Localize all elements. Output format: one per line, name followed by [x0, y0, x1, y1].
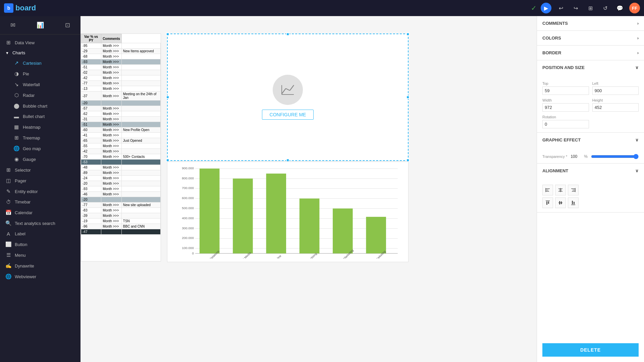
- align-top-button[interactable]: [542, 197, 553, 208]
- table-cell-date: Month >>>: [101, 213, 122, 219]
- sidebar-item-calendar[interactable]: 📅 Calendar: [0, 207, 80, 218]
- transparency-slider[interactable]: [591, 154, 639, 159]
- redo-button[interactable]: ↪: [570, 3, 581, 13]
- align-left-button[interactable]: [542, 185, 553, 195]
- bar-local-marketing[interactable]: [366, 217, 386, 253]
- comment-button[interactable]: 💬: [614, 3, 625, 13]
- chart-line-icon: [280, 82, 296, 98]
- sidebar-item-button[interactable]: ⬜ Button: [0, 239, 80, 250]
- width-input[interactable]: [542, 103, 589, 112]
- bar-advertising[interactable]: [300, 198, 320, 253]
- bar-social-media[interactable]: [233, 179, 253, 253]
- comments-header[interactable]: COMMENTS ›: [537, 16, 644, 31]
- align-center-h-button[interactable]: [555, 185, 566, 195]
- table-cell-date: Month >>>: [101, 106, 122, 111]
- sidebar-item-pie[interactable]: ◑ Pie: [11, 68, 80, 79]
- table-cell-val: -96: [81, 224, 101, 229]
- check-icon[interactable]: ✓: [531, 4, 537, 12]
- table-cell-date: Month >>>: [101, 117, 122, 122]
- board-icon: b: [4, 3, 13, 13]
- sidebar-item-treemap[interactable]: ⊞ Treemap: [11, 132, 80, 143]
- sidebar-item-entity-editor[interactable]: ✎ Entity editor: [0, 186, 80, 197]
- sidebar-item-label[interactable]: A Label: [0, 229, 80, 239]
- table-cell-comment: New site uploaded: [121, 202, 160, 208]
- canvas-area[interactable]: Var % vs PY Comments -95Month >>>-29Mont…: [80, 16, 537, 362]
- width-label: Width: [542, 98, 589, 102]
- table-row: -20Month >>>: [81, 181, 161, 186]
- sidebar-item-dynawrite[interactable]: ✍ Dynawrite: [0, 260, 80, 271]
- sidebar-item-heatmap[interactable]: ▦ Heatmap: [11, 122, 80, 132]
- pager-icon: ◫: [5, 178, 11, 184]
- sidebar-item-pager[interactable]: ◫ Pager: [0, 175, 80, 186]
- table-cell-val: -41: [81, 133, 101, 138]
- avatar[interactable]: FF: [629, 3, 640, 13]
- align-bottom-button[interactable]: [568, 197, 579, 208]
- delete-button[interactable]: DELETE: [542, 343, 639, 357]
- border-header[interactable]: BORDER ›: [537, 46, 644, 60]
- refresh-button[interactable]: ↺: [600, 3, 610, 13]
- handle-tl[interactable]: [166, 33, 169, 36]
- position-size-header[interactable]: POSITION AND SIZE ∨: [537, 60, 644, 75]
- handle-tr[interactable]: [406, 33, 410, 36]
- rotation-label: Rotation: [542, 115, 589, 119]
- undo-button[interactable]: ↩: [555, 3, 566, 13]
- table-cell-val: -20: [81, 197, 101, 202]
- app-logo[interactable]: b board: [4, 3, 36, 13]
- table-cell-comment: [121, 186, 160, 192]
- colors-header[interactable]: COLORS ›: [537, 31, 644, 45]
- sidebar-tab-layout[interactable]: ⊡: [63, 19, 72, 31]
- sidebar-item-waterfall[interactable]: ↘ Waterfall: [11, 79, 80, 90]
- table-cell-date: Month >>>: [101, 186, 122, 192]
- alignment-header[interactable]: ALIGNMENT ∨: [537, 164, 644, 178]
- sidebar-item-bubble-chart[interactable]: ⬤ Bubble chart: [11, 101, 80, 111]
- sidebar-section-charts[interactable]: ▼ Charts: [0, 48, 80, 58]
- bar-online[interactable]: [266, 174, 286, 253]
- pos-size-chevron: ∨: [635, 65, 639, 70]
- align-right-button[interactable]: [568, 185, 579, 195]
- sidebar-item-text-analytics[interactable]: 🔍 Text analytics search: [0, 218, 80, 229]
- table-cell-comment: [121, 59, 160, 65]
- bar-content-marketing[interactable]: [333, 208, 353, 253]
- table-cell-val: -46: [81, 192, 101, 197]
- sidebar-item-data-view[interactable]: ⊞ Data View: [0, 37, 80, 48]
- sidebar-item-menu[interactable]: ☰ Menu: [0, 250, 80, 260]
- sidebar-label-menu: Menu: [15, 253, 26, 258]
- sidebar-label-webviewer: Webviewer: [15, 274, 36, 279]
- table-row: -53: [81, 160, 161, 165]
- sidebar-item-gauge[interactable]: ◉ Gauge: [11, 154, 80, 165]
- table-row: -68Month >>>: [81, 54, 161, 59]
- sidebar-tab-chart[interactable]: 📊: [35, 19, 46, 31]
- bar-public-relations[interactable]: [200, 169, 220, 253]
- table-cell-comment: [121, 133, 160, 138]
- sidebar-tab-email[interactable]: ✉: [8, 19, 17, 31]
- cursor-mode-button[interactable]: ▶: [541, 3, 551, 13]
- svg-text:200.000: 200.000: [182, 236, 194, 240]
- table-row: -42Month >>>: [81, 149, 161, 154]
- sidebar-item-radar[interactable]: ⬡ Radar: [11, 90, 80, 101]
- table-cell-val: -55: [81, 143, 101, 149]
- bar-chart-widget[interactable]: 900.000 800.000 700.000 600.000 500.000 …: [167, 162, 409, 262]
- configure-me-widget[interactable]: CONFIGURE ME: [167, 34, 409, 161]
- handle-ml[interactable]: [166, 96, 169, 99]
- handle-tm[interactable]: [286, 33, 289, 36]
- treemap-icon: ⊞: [13, 135, 19, 141]
- sidebar-item-timebar[interactable]: ⏱ Timebar: [0, 197, 80, 207]
- align-center-v-button[interactable]: [555, 197, 566, 208]
- top-input[interactable]: [542, 86, 589, 95]
- left-input[interactable]: [592, 86, 639, 95]
- layout-button[interactable]: ⊞: [585, 3, 596, 13]
- sidebar-item-cartesian[interactable]: ↗ Cartesian: [11, 58, 80, 68]
- configure-me-button[interactable]: CONFIGURE ME: [262, 110, 314, 120]
- sidebar-label-calendar: Calendar: [15, 210, 33, 215]
- sidebar-item-bullet-chart[interactable]: ▬ Bullet chart: [11, 111, 80, 122]
- colors-label: COLORS: [542, 36, 561, 41]
- height-input[interactable]: [592, 103, 639, 112]
- text-analytics-icon: 🔍: [5, 220, 11, 226]
- rotation-input[interactable]: [542, 120, 589, 128]
- graphic-effect-header[interactable]: GRAPHIC EFFECT ∨: [537, 133, 644, 147]
- sidebar-item-selector[interactable]: ⊞ Selector: [0, 165, 80, 175]
- sidebar-label-label: Label: [15, 231, 25, 236]
- sidebar-item-webviewer[interactable]: 🌐 Webviewer: [0, 271, 80, 282]
- sidebar-item-geo-map[interactable]: 🌐 Geo map: [11, 143, 80, 154]
- handle-mr[interactable]: [406, 96, 410, 99]
